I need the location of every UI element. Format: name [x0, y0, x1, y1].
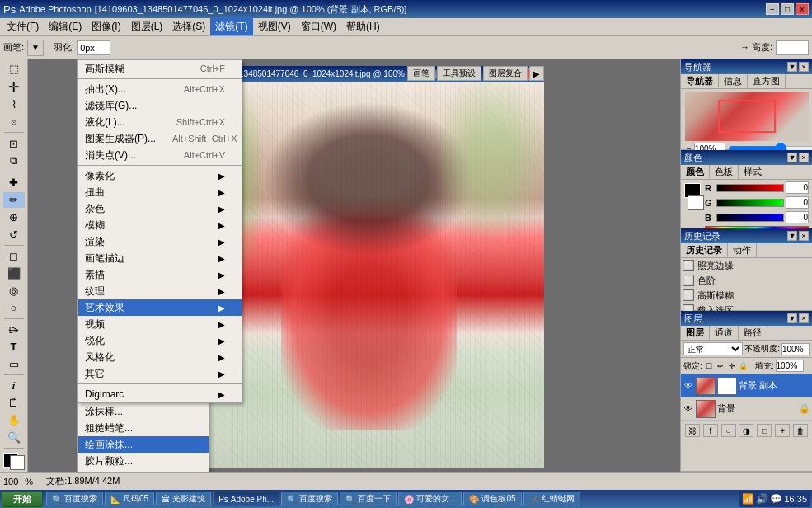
filter-vanish[interactable]: 消失点(V)...Alt+Ctrl+V	[78, 147, 242, 163]
tab-swatches[interactable]: 色板	[710, 165, 739, 179]
filter-brush-strokes[interactable]: 画笔描边▶	[78, 250, 242, 266]
history-close[interactable]: ▼	[787, 231, 797, 241]
taskbar-item-9[interactable]: 🦟 红蜻蜓网	[523, 492, 580, 506]
art-paint-daubs[interactable]: 绘画涂抹...	[78, 436, 209, 453]
layer-bg-eye[interactable]: 👁	[683, 403, 694, 415]
r-slider-track[interactable]	[716, 184, 784, 192]
taskbar-item-6[interactable]: 🔍 百度一下	[340, 492, 397, 506]
tray-icon-3[interactable]: 💬	[770, 493, 782, 505]
filter-pixelate[interactable]: 像素化▶	[78, 167, 242, 184]
taskbar-item-7[interactable]: 🌸 可爱的女...	[398, 492, 462, 506]
taskbar-item-8[interactable]: 🎨 调色板05	[463, 492, 521, 506]
filter-sharpen[interactable]: 锐化▶	[78, 332, 242, 349]
filter-other[interactable]: 其它▶	[78, 365, 242, 382]
feather-input[interactable]	[77, 40, 110, 55]
taskbar-item-2[interactable]: 📐 尺码05	[105, 492, 154, 506]
filter-pattern[interactable]: 图案生成器(P)...Alt+Shift+Ctrl+X	[78, 130, 242, 147]
filter-texture[interactable]: 纹理▶	[78, 283, 242, 299]
r-value-input[interactable]	[786, 181, 809, 194]
close-button[interactable]: ×	[796, 3, 809, 15]
blend-mode-select[interactable]: 正常	[683, 342, 743, 355]
lock-all-icon[interactable]: 🔒	[739, 361, 749, 371]
tab-actions[interactable]: 动作	[728, 243, 757, 257]
tool-move[interactable]: ✛	[3, 78, 25, 96]
tool-history-brush[interactable]: ↺	[3, 226, 25, 242]
tool-eraser[interactable]: ◻	[3, 248, 25, 265]
layer-link-icon[interactable]: ⛓	[685, 424, 700, 437]
filter-extract[interactable]: 抽出(X)...Alt+Ctrl+X	[78, 81, 242, 97]
tool-dodge[interactable]: ○	[3, 299, 25, 316]
layer-copy[interactable]: 👁 背景 副本	[681, 374, 812, 397]
g-value-input[interactable]	[786, 196, 809, 209]
layer-new-icon[interactable]: +	[775, 424, 790, 437]
art-film-grain[interactable]: 胶片颗粒...	[78, 453, 209, 469]
filter-sketch[interactable]: 素描▶	[78, 266, 242, 283]
navigator-close[interactable]: ▼	[787, 62, 797, 72]
image-canvas[interactable]	[193, 82, 544, 468]
layer-copy-eye[interactable]: 👁	[683, 380, 694, 392]
layer-group-icon[interactable]: □	[757, 424, 772, 437]
menu-image[interactable]: 图像(I)	[87, 18, 125, 35]
menu-window[interactable]: 窗口(W)	[296, 18, 341, 35]
maximize-button[interactable]: □	[781, 3, 794, 15]
tool-brush[interactable]: ✏	[3, 192, 25, 209]
minimize-button[interactable]: −	[766, 3, 779, 15]
layers-menu[interactable]: ×	[799, 313, 809, 323]
lock-move-icon[interactable]: ✛	[727, 361, 737, 371]
height-input[interactable]	[776, 40, 809, 55]
navigator-menu[interactable]: ×	[799, 62, 809, 72]
tab-color[interactable]: 颜色	[681, 165, 710, 179]
brush-selector[interactable]: ▼	[27, 40, 44, 56]
tool-shape[interactable]: ▭	[3, 355, 25, 372]
filter-digimarc[interactable]: Digimarc▶	[78, 386, 242, 402]
background-color[interactable]	[10, 455, 25, 470]
tool-eye-dropper[interactable]: 𝒊	[3, 378, 25, 394]
tool-stamp[interactable]: ⊕	[3, 209, 25, 225]
tool-hand[interactable]: ✋	[3, 412, 25, 429]
workspace-tab-arrow[interactable]: ▶	[529, 66, 544, 81]
fill-input[interactable]	[776, 360, 804, 372]
tool-path[interactable]: ⌲	[3, 322, 25, 338]
tab-histogram[interactable]: 直方图	[748, 74, 786, 88]
tool-slice[interactable]: ⧉	[3, 153, 25, 169]
filter-artistic[interactable]: 艺术效果▶	[78, 299, 242, 316]
tab-navigator[interactable]: 导航器	[681, 74, 719, 88]
menu-file[interactable]: 文件(F)	[2, 18, 44, 35]
tab-paint[interactable]: 画笔	[407, 66, 435, 81]
tab-info[interactable]: 信息	[719, 74, 748, 88]
g-slider-track[interactable]	[716, 199, 784, 207]
layer-delete-icon[interactable]: 🗑	[793, 424, 808, 437]
navigator-preview[interactable]	[685, 92, 809, 141]
tab-tool-preset[interactable]: 工具预设	[437, 66, 481, 81]
tool-magic-wand[interactable]: ⟐	[3, 114, 25, 130]
tab-styles[interactable]: 样式	[739, 165, 767, 179]
menu-view[interactable]: 视图(V)	[253, 18, 296, 35]
art-rough-pastels[interactable]: 粗糙蜡笔...	[78, 420, 209, 436]
start-button[interactable]: 开始	[2, 491, 43, 507]
tool-lasso[interactable]: ⌇	[3, 96, 25, 113]
menu-select[interactable]: 选择(S)	[167, 18, 210, 35]
tab-paths[interactable]: 路径	[739, 326, 767, 340]
tool-heal[interactable]: ✚	[3, 175, 25, 191]
taskbar-item-1[interactable]: 🔍 百度搜索	[46, 492, 103, 506]
tray-icon-2[interactable]: 🔊	[756, 493, 768, 505]
tab-layers[interactable]: 图层	[681, 326, 710, 340]
menu-filter[interactable]: 滤镜(T)	[210, 18, 252, 35]
color-menu[interactable]: ×	[799, 153, 809, 162]
tool-marquee[interactable]: ⬚	[3, 61, 25, 78]
tool-notes[interactable]: 🗒	[3, 395, 25, 412]
art-palette-knife[interactable]: 调色刀...	[78, 469, 209, 472]
menu-edit[interactable]: 编辑(E)	[44, 18, 87, 35]
lock-paint-icon[interactable]: ✏	[716, 361, 725, 371]
tool-gradient[interactable]: ⬛	[3, 266, 25, 282]
history-item-3[interactable]: ⬜ 高斯模糊	[681, 288, 812, 303]
opacity-input[interactable]	[781, 343, 810, 355]
history-menu[interactable]: ×	[799, 231, 809, 241]
filter-render[interactable]: 渲染▶	[78, 233, 242, 250]
tool-blur[interactable]: ◎	[3, 282, 25, 299]
layer-adjustment-icon[interactable]: ◑	[739, 424, 753, 437]
history-item-1[interactable]: ⬜ 照亮边缘	[681, 258, 812, 273]
layers-close[interactable]: ▼	[787, 313, 797, 323]
b-value-input[interactable]	[786, 211, 809, 223]
tab-channels[interactable]: 通道	[710, 326, 739, 340]
